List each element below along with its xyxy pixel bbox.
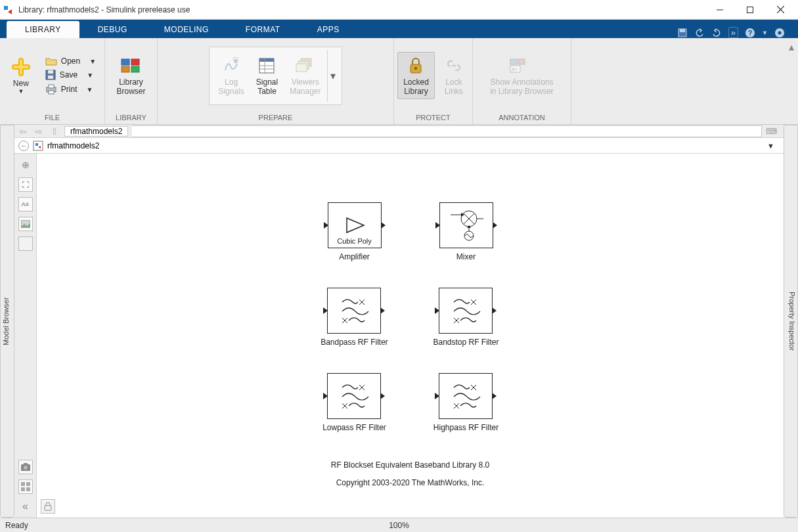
zoom-magnify-icon[interactable]: ⊕	[18, 158, 33, 172]
bandstop-filter-icon	[446, 294, 485, 327]
svg-rect-48	[26, 487, 30, 491]
block-highpass[interactable]	[439, 373, 493, 419]
tab-library[interactable]: LIBRARY	[7, 21, 79, 38]
back-circle-icon[interactable]: ←	[18, 141, 29, 151]
nav-row: ⇦ ⇨ ⇧ rfmathmodels2 ⌨	[14, 125, 784, 138]
svg-rect-30	[296, 64, 307, 72]
svg-rect-18	[122, 59, 129, 65]
save-button[interactable]: Save▼	[41, 68, 100, 81]
prepare-dropdown[interactable]: ▾	[327, 50, 339, 102]
keyboard-icon[interactable]: ⌨	[766, 127, 781, 136]
highpass-filter-icon	[446, 380, 485, 412]
show-annotations-label: Show Annotations in Library Browser	[490, 78, 554, 97]
library-version-text: RF Blockset Equivalent Baseband Library …	[331, 456, 489, 474]
nav-forward-icon[interactable]: ⇨	[33, 126, 45, 137]
block-amplifier[interactable]: Cubic Poly	[328, 202, 382, 248]
log-signals-button[interactable]: Log Signals	[212, 52, 250, 100]
library-browser-button[interactable]: Library Browser	[110, 52, 151, 100]
svg-rect-43	[24, 463, 28, 465]
crumb-tab[interactable]: rfmathmodels2	[64, 126, 128, 137]
open-button[interactable]: Open▼	[41, 55, 100, 67]
folder-icon	[45, 56, 57, 66]
tab-debug[interactable]: DEBUG	[79, 21, 146, 38]
model-browser-tab[interactable]: Model Browser	[0, 125, 14, 518]
more-icon[interactable]: »	[728, 27, 738, 38]
save-quick-icon[interactable]	[677, 28, 688, 38]
svg-rect-24	[259, 58, 274, 62]
svg-rect-13	[48, 70, 53, 74]
maximize-button[interactable]	[735, 0, 765, 20]
ribbon-collapse-icon[interactable]: ▴	[785, 38, 798, 124]
breadcrumb-text[interactable]: rfmathmodels2	[47, 141, 99, 150]
amplifier-label: Amplifier	[339, 252, 370, 261]
svg-marker-1	[8, 9, 12, 14]
svg-rect-14	[48, 76, 53, 79]
svg-rect-75	[45, 506, 51, 510]
save-icon	[45, 70, 56, 80]
locked-library-button[interactable]: Locked Library	[397, 52, 435, 100]
block-mixer[interactable]	[439, 202, 493, 248]
svg-rect-7	[680, 29, 685, 32]
property-inspector-tab[interactable]: Property Inspector	[784, 125, 798, 518]
status-bar: Ready 100%	[0, 518, 798, 532]
redo-icon[interactable]	[711, 28, 722, 38]
canvas[interactable]: Cubic Poly Amplifier	[37, 154, 784, 518]
svg-rect-20	[122, 66, 129, 72]
canvas-lock-icon[interactable]	[41, 499, 55, 514]
svg-marker-49	[347, 218, 364, 233]
svg-marker-38	[35, 143, 38, 146]
nav-back-icon[interactable]: ⇦	[17, 126, 29, 137]
close-button[interactable]	[765, 0, 795, 20]
svg-rect-21	[131, 66, 139, 72]
lock-links-button[interactable]: Lock Links	[439, 52, 469, 100]
signal-table-label: Signal Table	[256, 78, 278, 97]
fit-view-icon[interactable]: ⛶	[18, 177, 33, 192]
viewers-manager-button[interactable]: Viewers Manager	[284, 52, 326, 100]
block-bandpass[interactable]	[327, 288, 381, 334]
signal-table-button[interactable]: Signal Table	[250, 52, 284, 100]
block-bandstop[interactable]	[439, 288, 493, 334]
titlebar: Library: rfmathmodels2 - Simulink prerel…	[0, 0, 798, 20]
svg-point-32	[414, 67, 417, 70]
help-dropdown-icon[interactable]: ▼	[762, 30, 768, 36]
bandpass-filter-icon	[334, 294, 374, 327]
viewmarks-icon[interactable]	[18, 479, 33, 494]
annotation-tool-icon[interactable]: A≡	[18, 197, 33, 211]
new-button[interactable]: New ▼	[5, 53, 37, 98]
print-label: Print	[61, 85, 78, 94]
new-label: New	[13, 79, 29, 88]
locked-library-label: Locked Library	[403, 78, 429, 97]
pin-icon[interactable]	[774, 28, 785, 38]
svg-text:A≡: A≡	[512, 67, 518, 72]
canvas-footer: RF Blockset Equivalent Baseband Library …	[331, 456, 489, 491]
tab-modeling[interactable]: MODELING	[146, 21, 227, 38]
image-tool-icon[interactable]	[18, 217, 33, 231]
camera-icon[interactable]	[18, 460, 33, 474]
print-button[interactable]: Print▼	[41, 83, 100, 96]
help-icon[interactable]: ?	[745, 28, 755, 38]
lock-links-label: Lock Links	[445, 78, 463, 97]
simulink-icon	[3, 4, 14, 16]
undo-icon[interactable]	[694, 28, 705, 38]
svg-point-22	[234, 59, 238, 63]
save-label: Save	[60, 70, 78, 79]
area-tool-icon[interactable]	[18, 236, 33, 251]
group-library-label: LIBRARY	[116, 112, 146, 124]
collapse-tools-icon[interactable]: «	[18, 499, 33, 514]
status-zoom: 100%	[389, 521, 409, 530]
tab-format[interactable]: FORMAT	[227, 21, 299, 38]
nav-up-icon[interactable]: ⇧	[49, 126, 60, 137]
group-file-label: FILE	[45, 112, 60, 124]
crumb-rest	[132, 125, 762, 137]
amplifier-icon	[342, 215, 368, 235]
show-annotations-button[interactable]: A≡ Show Annotations in Library Browser	[484, 52, 560, 100]
amplifier-inner-text: Cubic Poly	[337, 237, 372, 245]
lowpass-filter-icon	[334, 380, 374, 412]
copyright-text: Copyright 2003-2020 The MathWorks, Inc.	[331, 474, 489, 491]
block-lowpass[interactable]	[327, 373, 381, 419]
tab-apps[interactable]: APPS	[299, 21, 358, 38]
svg-rect-45	[21, 482, 25, 486]
breadcrumb-dropdown-icon[interactable]: ▼	[767, 142, 780, 150]
status-ready: Ready	[5, 521, 28, 530]
minimize-button[interactable]	[705, 0, 735, 20]
